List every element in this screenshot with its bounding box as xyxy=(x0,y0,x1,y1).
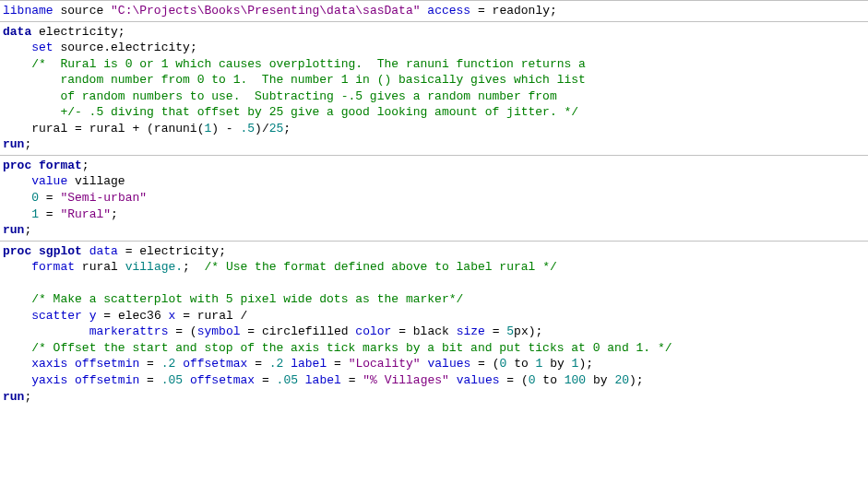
keyword-label: label xyxy=(291,357,327,371)
identifier: source xyxy=(60,4,103,18)
semicolon: ; xyxy=(219,244,226,258)
number-literal: 20 xyxy=(614,373,629,387)
number-literal: 100 xyxy=(565,373,586,387)
dataset-name: electricity xyxy=(39,25,118,39)
paren-close-semi: ); xyxy=(529,324,543,338)
number-literal: .2 xyxy=(269,357,284,371)
dataset-name: electricity xyxy=(139,244,219,258)
keyword-offsetmax: offsetmax xyxy=(190,373,255,387)
string-literal: "Semi-urban" xyxy=(60,191,147,205)
keyword-access: access xyxy=(427,4,470,18)
number-literal: 1 xyxy=(536,357,543,371)
comment-text: /* Rural is 0 or 1 which causes overplot… xyxy=(31,57,586,71)
operator-eq: = xyxy=(255,357,262,371)
dataset-ref: source.electricity xyxy=(60,41,189,54)
operator-eq: = xyxy=(334,357,341,371)
keyword-data-opt: data xyxy=(89,244,118,258)
keyword-set: set xyxy=(31,41,53,54)
number-literal: .05 xyxy=(277,373,298,387)
keyword-proc: proc xyxy=(3,244,31,258)
keyword-by: by xyxy=(593,373,608,387)
value: circlefilled xyxy=(262,324,349,338)
keyword-data: data xyxy=(3,25,31,39)
keyword-yaxis: yaxis xyxy=(31,373,67,387)
string-literal: "Locality" xyxy=(349,357,421,371)
operator-eq: = xyxy=(103,309,111,323)
keyword-run: run xyxy=(3,390,24,404)
paren-open: = ( xyxy=(175,324,196,338)
comment-text: of random numbers to use. Subtracting -.… xyxy=(3,89,557,103)
code-line: proc format; value village 0 = "Semi-urb… xyxy=(3,158,865,239)
code-block-libname: libname source "C:\Projects\Books\Presen… xyxy=(0,0,868,21)
code-block-proc-format: proc format; value village 0 = "Semi-urb… xyxy=(0,155,868,241)
keyword-color: color xyxy=(355,324,391,338)
keyword-symbol: symbol xyxy=(197,324,241,338)
comment-text: /* Make a scatterplot with 5 pixel wide … xyxy=(31,292,463,306)
string-literal: "C:\Projects\Books\Presenting\data\sasDa… xyxy=(111,4,420,18)
string-literal: "% Villages" xyxy=(363,373,449,387)
keyword-sgplot: sgplot xyxy=(39,244,82,258)
semicolon: ; xyxy=(183,260,190,274)
operator-eq: = xyxy=(147,357,154,371)
operator-eq: = xyxy=(247,324,255,338)
variable: elec36 xyxy=(118,309,161,323)
keyword-offsetmax: offsetmax xyxy=(183,357,247,371)
comment-text: /* Use the format defined above to label… xyxy=(205,260,557,274)
code-line: proc sgplot data = electricity; format r… xyxy=(3,243,865,405)
semicolon: ; xyxy=(24,137,31,151)
code-line: libname source "C:\Projects\Books\Presen… xyxy=(3,3,865,19)
slash: / xyxy=(241,309,248,323)
assignment-expr: rural = rural + (ranuni( xyxy=(31,122,204,136)
operator-eq: = xyxy=(398,324,406,338)
format-ref: village. xyxy=(125,260,183,274)
code-line: data electricity; set source.electricity… xyxy=(3,24,865,153)
keyword-format-stmt: format xyxy=(31,260,75,274)
keyword-run: run xyxy=(3,137,24,151)
operator-eq: = xyxy=(478,4,485,18)
unit: px xyxy=(514,324,529,338)
code-block-proc-sgplot: proc sgplot data = electricity; format r… xyxy=(0,241,868,407)
comment-text: random number from 0 to 1. The number 1 … xyxy=(3,73,586,87)
semicolon: ; xyxy=(24,390,31,404)
value: black xyxy=(413,324,449,338)
keyword-to: to xyxy=(514,357,529,371)
paren-close-semi: ); xyxy=(629,373,644,387)
keyword-libname: libname xyxy=(3,4,54,18)
number-literal: 5 xyxy=(506,324,514,338)
keyword-y: y xyxy=(89,309,97,323)
keyword-values: values xyxy=(427,357,470,371)
number-literal: 0 xyxy=(529,373,536,387)
keyword-run: run xyxy=(3,223,24,237)
expr: ) - xyxy=(211,122,240,136)
operator-eq: = xyxy=(349,373,356,387)
operator-eq: = xyxy=(262,373,269,387)
number-literal: .05 xyxy=(161,373,183,387)
expr: )/ xyxy=(255,122,269,136)
semicolon: ; xyxy=(82,159,89,172)
operator-eq: = xyxy=(147,373,154,387)
semicolon: ; xyxy=(550,4,557,18)
semicolon: ; xyxy=(118,25,125,39)
operator-eq: = xyxy=(46,191,54,205)
keyword-markerattrs: markerattrs xyxy=(89,324,169,338)
keyword-scatter: scatter xyxy=(31,309,82,323)
keyword-xaxis: xaxis xyxy=(31,357,67,371)
keyword-size: size xyxy=(457,324,485,338)
keyword-value: value xyxy=(31,174,67,188)
keyword-proc: proc xyxy=(3,159,31,172)
keyword-by: by xyxy=(550,357,565,371)
operator-eq: = xyxy=(125,244,133,258)
semicolon: ; xyxy=(24,223,31,237)
code-block-data-step: data electricity; set source.electricity… xyxy=(0,21,868,155)
semicolon: ; xyxy=(111,207,118,221)
keyword-values: values xyxy=(457,373,500,387)
paren: = ( xyxy=(478,357,499,371)
number-literal: 25 xyxy=(269,122,284,136)
operator-eq: = xyxy=(46,207,54,221)
keyword-label: label xyxy=(305,373,341,387)
number-literal: 1 xyxy=(31,207,39,221)
paren: = ( xyxy=(506,373,528,387)
operator-eq: = xyxy=(183,309,190,323)
format-name: village xyxy=(75,174,125,188)
variable: rural xyxy=(82,260,118,274)
